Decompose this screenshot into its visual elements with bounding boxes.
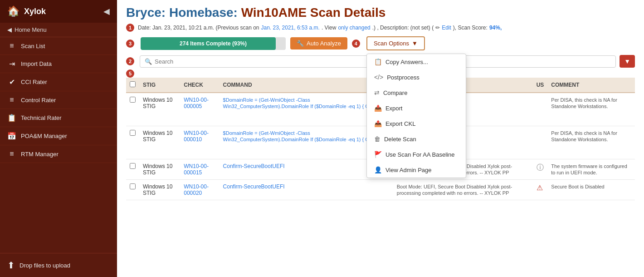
cell-result: Boot Mode: UEFI, Secure Boot Disabled Xy… <box>393 180 533 200</box>
admin-icon: 👤 <box>374 166 382 173</box>
scan-options-button[interactable]: Scan Options ▼ <box>366 36 425 50</box>
sidebar-item-label: Scan List <box>21 43 45 49</box>
scan-options-container: Scan Options ▼ 📋 Copy Answers... </> Pos… <box>366 36 425 50</box>
home-icon: 🏠 <box>7 5 20 17</box>
table-row: Windows 10 STIG WN10-00-000020 Confirm-S… <box>126 180 635 200</box>
row-checkbox[interactable] <box>130 130 136 136</box>
row-checkbox-cell <box>126 93 139 126</box>
cell-stig: Windows 10 STIG <box>139 93 180 126</box>
cell-check: WN10-00-000005 <box>180 93 219 126</box>
list2-icon: ≡ <box>7 96 16 104</box>
sidebar-collapse-button[interactable]: ◀ <box>103 6 110 16</box>
th-checkbox <box>126 78 139 93</box>
sidebar-home-menu[interactable]: ◀ Home Menu <box>0 23 117 37</box>
meta-view: . View <box>322 25 336 31</box>
cell-stig: Windows 10 STIG <box>139 159 180 180</box>
meta-only-changed-link[interactable]: only changed <box>338 25 370 31</box>
check-link[interactable]: WN10-00-000015 <box>184 163 209 176</box>
sidebar-item-cci-rater[interactable]: ✔ CCI Rater <box>0 73 117 91</box>
sidebar-item-label: Technical Rater <box>21 114 62 121</box>
select-all-checkbox[interactable] <box>130 81 136 87</box>
auto-analyze-label: Auto Analyze <box>307 40 341 47</box>
command-link[interactable]: Confirm-SecureBootUEFI <box>223 183 285 190</box>
sidebar-nav: ≡ Scan List ⇥ Import Data ✔ CCI Rater ≡ … <box>0 37 117 253</box>
sidebar-item-label: Control Rater <box>21 97 56 104</box>
export-icon: 📤 <box>374 104 382 112</box>
meta-edit-link[interactable]: Edit <box>442 25 451 31</box>
row-checkbox[interactable] <box>130 97 136 103</box>
calendar-icon: 📅 <box>7 132 16 140</box>
dropdown-item-label: Export <box>385 105 403 112</box>
auto-analyze-button[interactable]: 🔧 Auto Analyze <box>290 37 347 49</box>
cell-check: WN10-00-000010 <box>180 126 219 159</box>
dropdown-item-view-admin[interactable]: 👤 View Admin Page <box>367 162 466 178</box>
check-icon: ✔ <box>7 78 16 86</box>
meta-prev-date-link[interactable]: Jan. 23, 2021, 6:53 a.m. <box>261 25 320 31</box>
dropdown-item-delete-scan[interactable]: 🗑 Delete Scan <box>367 131 466 147</box>
sidebar-item-technical-rater[interactable]: 📋 Technical Rater <box>0 109 117 127</box>
dropdown-item-export-ckl[interactable]: 📤 Export CKL <box>367 116 466 131</box>
dropdown-item-aa-baseline[interactable]: 🚩 Use Scan For AA Baseline <box>367 147 466 162</box>
label-1: 1 <box>126 24 134 32</box>
th-stig: STIG <box>139 78 180 93</box>
dropdown-item-compare[interactable]: ⇄ Compare <box>367 85 466 100</box>
th-comment: COMMENT <box>547 78 635 93</box>
upload-icon: ⬆ <box>7 260 15 271</box>
drop-files-area[interactable]: ⬆ Drop files to upload <box>0 253 117 277</box>
command-link[interactable]: Confirm-SecureBootUEFI <box>223 163 285 169</box>
dropdown-item-copy-answers[interactable]: 📋 Copy Answers... <box>367 54 466 69</box>
page-header: Bryce: Homebase: Win10AME Scan Details <box>117 0 644 22</box>
page-title: Bryce: Homebase: Win10AME Scan Details <box>126 5 635 20</box>
dropdown-item-postprocess[interactable]: </> Postprocess <box>367 69 466 85</box>
dropdown-item-label: View Admin Page <box>385 167 432 173</box>
cell-check: WN10-00-000020 <box>180 180 219 200</box>
status-question-icon: ⓘ <box>537 163 544 171</box>
cell-status: ⓘ <box>533 159 548 180</box>
cell-comment: Secure Boot is Disabled <box>547 180 635 200</box>
sidebar-item-label: POA&M Manager <box>21 133 67 139</box>
compare-icon: ⇄ <box>374 89 380 96</box>
cell-command: Confirm-SecureBootUEFI <box>220 180 393 200</box>
meta-date: Date: Jan. 23, 2021, 10:21 a.m. (Previou… <box>138 25 259 31</box>
sidebar-item-control-rater[interactable]: ≡ Control Rater <box>0 91 117 109</box>
th-status: US <box>533 78 548 93</box>
sidebar-item-label: Import Data <box>21 60 52 67</box>
clipboard-icon: 📋 <box>7 114 16 122</box>
cell-stig: Windows 10 STIG <box>139 180 180 200</box>
row-checkbox[interactable] <box>130 163 136 169</box>
check-link[interactable]: WN10-00-000010 <box>184 130 209 143</box>
check-link[interactable]: WN10-00-000020 <box>184 183 209 196</box>
label-5: 5 <box>126 69 134 78</box>
label-4: 4 <box>352 40 360 48</box>
rtm-icon: ≡ <box>7 150 16 158</box>
dropdown-item-export[interactable]: 📤 Export <box>367 100 466 116</box>
sidebar-item-import-data[interactable]: ⇥ Import Data <box>0 55 117 73</box>
sidebar: 🏠 Xylok ◀ ◀ Home Menu ≡ Scan List ⇥ Impo… <box>0 0 117 277</box>
home-menu-label: Home Menu <box>15 26 47 33</box>
home-menu-arrow: ◀ <box>7 26 12 33</box>
cell-comment: Per DISA, this check is NA for Standalon… <box>547 126 635 159</box>
drop-files-label: Drop files to upload <box>20 262 70 269</box>
sidebar-item-scan-list[interactable]: ≡ Scan List <box>0 37 117 55</box>
page-title-blue: Bryce: Homebase: <box>126 5 238 20</box>
row-checkbox[interactable] <box>130 183 136 189</box>
cell-check: WN10-00-000015 <box>180 159 219 180</box>
row-checkbox-cell <box>126 159 139 180</box>
export-ckl-icon: 📤 <box>374 120 382 127</box>
dropdown-item-label: Export CKL <box>385 120 415 127</box>
check-link[interactable]: WN10-00-000005 <box>184 97 209 109</box>
chevron-down-icon: ▼ <box>412 40 418 47</box>
cell-status <box>533 93 548 126</box>
cell-comment: The system firmware is configured to run… <box>547 159 635 180</box>
progress-bar: 274 Items Complete (93%) <box>141 37 286 50</box>
meta-desc: .) , Description: (not set) ( <box>372 25 434 31</box>
sidebar-item-label: CCI Rater <box>21 79 47 85</box>
label-3: 3 <box>126 40 134 48</box>
cell-status: ⚠ <box>533 180 548 200</box>
dropdown-item-label: Compare <box>383 89 407 96</box>
filter-arrow-button[interactable]: ▼ <box>620 55 635 68</box>
sidebar-item-rtm-manager[interactable]: ≡ RTM Manager <box>0 145 117 163</box>
dropdown-item-label: Postprocess <box>387 74 420 81</box>
progress-bar-label: 274 Items Complete (93%) <box>180 40 247 47</box>
sidebar-item-poam-manager[interactable]: 📅 POA&M Manager <box>0 127 117 145</box>
